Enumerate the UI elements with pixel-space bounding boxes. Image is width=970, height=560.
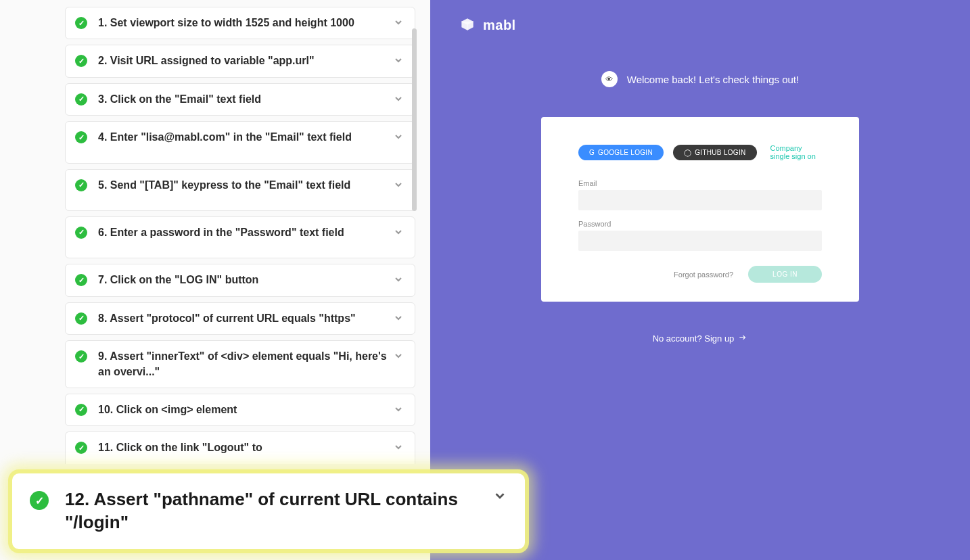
test-step[interactable]: 1. Set viewport size to width 1525 and h… [65, 7, 415, 39]
test-step[interactable]: 8. Assert "protocol" of current URL equa… [65, 302, 415, 335]
chevron-down-icon[interactable] [393, 227, 405, 240]
check-icon [75, 93, 87, 106]
brand[interactable]: mabl [459, 16, 516, 36]
github-icon: ◯ [684, 149, 691, 156]
chevron-down-icon[interactable] [393, 131, 405, 145]
login-button[interactable]: LOG IN [748, 266, 822, 283]
avatar-icon [601, 71, 618, 87]
chevron-down-icon[interactable] [492, 488, 507, 507]
chevron-down-icon[interactable] [393, 404, 405, 417]
github-login-button[interactable]: ◯ GITHUB LOGIN [673, 145, 757, 160]
app-topbar: mabl [430, 0, 970, 51]
mabl-logo-icon [459, 16, 476, 36]
github-login-label: GITHUB LOGIN [695, 149, 745, 156]
password-input[interactable] [578, 231, 822, 251]
highlighted-test-step[interactable]: 12. Assert "pathname" of current URL con… [12, 473, 525, 549]
check-icon [75, 179, 87, 191]
test-step[interactable]: 3. Click on the "Email" text field [65, 83, 415, 116]
test-step[interactable]: 10. Click on <img> element [65, 394, 415, 426]
chevron-down-icon[interactable] [393, 442, 405, 455]
test-step[interactable]: 6. Enter a password in the "Password" te… [65, 216, 415, 258]
google-login-label: GOOGLE LOGIN [598, 149, 653, 156]
test-step[interactable]: 7. Click on the "LOG IN" button [65, 264, 415, 296]
step-label: 9. Assert "innerText" of <div> element e… [98, 349, 393, 379]
check-icon [75, 131, 87, 143]
email-label: Email [578, 179, 822, 187]
chevron-down-icon[interactable] [393, 93, 405, 107]
step-label: 10. Click on <img> element [98, 402, 393, 417]
test-step[interactable]: 2. Visit URL assigned to variable "app.u… [65, 45, 415, 77]
check-icon [75, 55, 87, 67]
sso-link[interactable]: Company single sign on [770, 144, 822, 160]
chevron-down-icon[interactable] [393, 17, 405, 30]
check-icon [75, 350, 87, 363]
scrollbar[interactable] [412, 28, 417, 211]
check-icon [75, 312, 87, 325]
steps-list: 1. Set viewport size to width 1525 and h… [0, 0, 430, 469]
login-card: G GOOGLE LOGIN ◯ GITHUB LOGIN Company si… [541, 117, 859, 302]
step-label: 6. Enter a password in the "Password" te… [98, 225, 393, 240]
chevron-down-icon[interactable] [393, 55, 405, 68]
chevron-down-icon[interactable] [393, 274, 405, 287]
email-input[interactable] [578, 190, 822, 210]
chevron-down-icon[interactable] [393, 179, 405, 193]
welcome-text: Welcome back! Let's check things out! [627, 74, 799, 85]
step-label: 8. Assert "protocol" of current URL equa… [98, 311, 393, 326]
chevron-down-icon[interactable] [393, 312, 405, 326]
social-login-row: G GOOGLE LOGIN ◯ GITHUB LOGIN Company si… [578, 144, 822, 160]
check-icon [75, 17, 87, 29]
google-icon: G [589, 149, 595, 156]
step-label: 4. Enter "lisa@mabl.com" in the "Email" … [98, 130, 393, 145]
step-label: 1. Set viewport size to width 1525 and h… [98, 16, 393, 30]
test-step[interactable]: 5. Send "[TAB]" keypress to the "Email" … [65, 169, 415, 211]
step-label: 11. Click on the link "Logout" to [98, 440, 393, 455]
chevron-down-icon[interactable] [393, 350, 405, 364]
forgot-password-link[interactable]: Forgot password? [674, 271, 733, 279]
step-label: 3. Click on the "Email" text field [98, 92, 393, 107]
login-actions: Forgot password? LOG IN [578, 266, 822, 283]
test-step[interactable]: 11. Click on the link "Logout" to [65, 431, 415, 463]
test-step[interactable]: 9. Assert "innerText" of <div> element e… [65, 340, 415, 388]
brand-text: mabl [483, 18, 516, 33]
step-label: 2. Visit URL assigned to variable "app.u… [98, 53, 393, 68]
email-field-group: Email [578, 179, 822, 210]
signup-text: No account? Sign up [653, 333, 735, 344]
step-label: 5. Send "[TAB]" keypress to the "Email" … [98, 178, 393, 193]
arrow-right-icon [738, 333, 747, 344]
check-icon [75, 227, 87, 239]
step-label: 7. Click on the "LOG IN" button [98, 273, 393, 287]
signup-link[interactable]: No account? Sign up [430, 333, 970, 344]
test-steps-panel: 1. Set viewport size to width 1525 and h… [0, 0, 430, 560]
test-step[interactable]: 4. Enter "lisa@mabl.com" in the "Email" … [65, 121, 415, 163]
password-label: Password [578, 220, 822, 228]
check-icon [75, 442, 87, 454]
check-icon [75, 404, 87, 416]
check-icon [75, 274, 87, 286]
password-field-group: Password [578, 220, 822, 251]
step-label: 12. Assert "pathname" of current URL con… [65, 488, 492, 534]
check-icon [30, 491, 49, 510]
welcome-row: Welcome back! Let's check things out! [430, 51, 970, 117]
google-login-button[interactable]: G GOOGLE LOGIN [578, 145, 664, 160]
